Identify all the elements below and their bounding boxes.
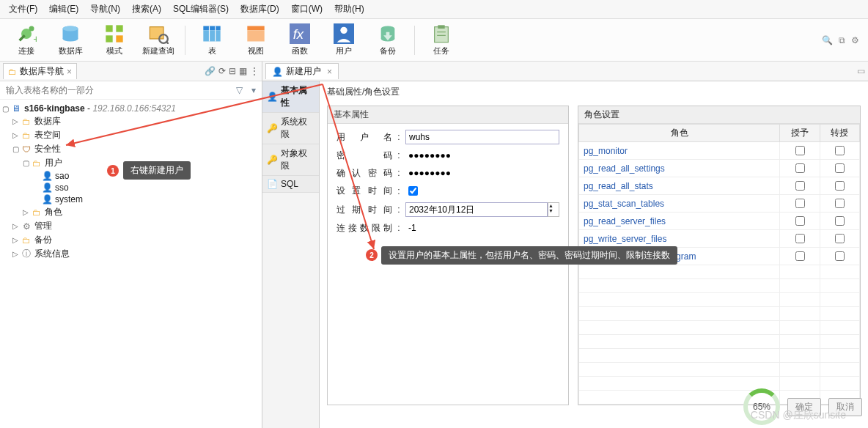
tool-schema[interactable]: 模式 [92,22,136,58]
admin-cb[interactable] [835,216,845,226]
user-icon: 👤 [41,171,53,181]
more-icon[interactable]: ⋮ [250,66,259,76]
navigator-title: 数据库导航 [20,65,64,78]
confirm-input[interactable] [405,166,559,180]
tree-user-system[interactable]: system [55,194,83,204]
settime-checkbox[interactable] [408,186,418,196]
link-icon[interactable]: 🔗 [205,66,216,76]
admin-cb[interactable] [835,251,845,261]
grant-cb[interactable] [795,146,805,155]
tree-backup[interactable]: 备份 [34,234,52,246]
gear-icon[interactable]: ⚙ [851,35,859,45]
menu-file[interactable]: 文件(F) [3,1,43,17]
col-admin[interactable]: 转授 [820,125,859,142]
grant-cb[interactable] [795,234,805,243]
password-input[interactable] [405,149,559,162]
svg-rect-15 [203,30,220,41]
tool-function[interactable]: fx函数 [278,22,322,58]
tree-user-sao[interactable]: sao [55,171,69,181]
svg-line-13 [167,43,169,44]
refresh-icon[interactable]: ⟳ [218,66,226,76]
menu-help[interactable]: 帮助(H) [328,1,370,17]
navigator-tab[interactable]: 🗀 数据库导航 × [3,63,77,79]
tree[interactable]: ▢🖥s166-kingbase - 192.168.0.166:54321 ▷🗀… [0,100,262,428]
grant-cb[interactable] [795,251,805,261]
connlimit-input[interactable] [405,221,559,235]
menu-edit[interactable]: 编辑(E) [43,1,84,17]
grant-cb[interactable] [795,216,805,226]
expire-input[interactable] [405,202,548,217]
menubar[interactable]: 文件(F) 编辑(E) 导航(N) 搜索(A) SQL编辑器(S) 数据库(D)… [0,0,868,19]
menu-nav[interactable]: 导航(N) [84,1,126,17]
vtab-sysperm[interactable]: 🔑系统权限 [262,113,319,144]
tree-sysinfo[interactable]: 系统信息 [34,248,70,260]
tool-view[interactable]: 视图 [234,22,278,58]
tree-admin[interactable]: 管理 [34,220,52,232]
admin-cb[interactable] [835,163,845,173]
menu-window[interactable]: 窗口(W) [285,1,328,17]
admin-cb[interactable] [835,146,845,155]
filter-input[interactable] [1,83,232,97]
tab-newuser[interactable]: 👤 新建用户 × [265,63,339,79]
svg-rect-14 [203,26,220,31]
close-icon[interactable]: × [327,67,332,77]
vtab-sql[interactable]: 📄SQL [262,176,319,193]
user-icon: 👤 [267,92,278,102]
menu-search[interactable]: 搜索(A) [126,1,167,17]
col-role[interactable]: 角色 [579,125,780,142]
roles-panel-title: 角色设置 [578,106,860,124]
menu-db[interactable]: 数据库(D) [235,1,285,17]
confirm-label: 确认密码 [336,167,392,180]
vtab-objperm[interactable]: 🔑对象权限 [262,144,319,176]
minmax-icon[interactable]: ▭ [857,66,865,76]
layout-icon[interactable]: ⧉ [839,35,845,45]
tree-security[interactable]: 安全性 [34,143,61,155]
menu-sqleditor[interactable]: SQL编辑器(S) [167,1,235,17]
table-row: pg_stat_scan_tables [579,195,860,213]
username-label: 用 户 名 [336,131,392,144]
close-icon[interactable]: × [67,67,72,77]
tool-backup[interactable]: 备份 [366,22,410,58]
svg-rect-28 [438,25,444,29]
table-row [579,293,860,307]
grant-cb[interactable] [795,163,805,173]
svg-rect-18 [247,26,264,31]
vtab-basic[interactable]: 👤基本属性 [262,81,319,113]
grant-cb[interactable] [795,181,805,191]
expire-label: 过期时间 [336,204,392,216]
filter-icon[interactable]: ▽ [232,85,247,95]
admin-cb[interactable] [835,234,845,243]
table-row: pg_read_all_settings [579,160,860,177]
gear-icon: ⚙ [21,221,32,232]
tool-database[interactable]: 数据库 [48,22,92,58]
tree-root[interactable]: s166-kingbase [24,103,85,114]
svg-point-6 [63,26,78,32]
username-input[interactable] [405,130,559,144]
db-icon: 🖥 [10,103,22,114]
svg-rect-11 [150,27,163,39]
tool-connect[interactable]: +连接 [4,22,48,58]
tree-user-sso[interactable]: sso [55,182,69,193]
view-icon[interactable]: ▦ [239,66,247,76]
tree-users[interactable]: 用户 [45,157,62,169]
grant-cb[interactable] [795,199,805,208]
sql-icon: 📄 [267,179,278,189]
info-icon: ⓘ [21,249,32,259]
tree-tablespace[interactable]: 表空间 [34,129,61,141]
col-grant[interactable]: 授予 [780,125,820,142]
admin-cb[interactable] [835,181,845,191]
tool-newquery[interactable]: 新建查询 [136,22,180,58]
badge-1: 1 [107,165,119,177]
tree-roles[interactable]: 角色 [45,206,62,218]
tool-table[interactable]: 表 [190,22,234,58]
table-row: pg_read_server_files [579,213,860,230]
filter-dd-icon[interactable]: ▾ [247,85,260,95]
collapse-icon[interactable]: ⊟ [229,66,236,76]
tool-user[interactable]: 用户 [322,22,366,58]
toolbar: +连接 数据库 模式 新建查询 表 视图 fx函数 用户 备份 任务 🔍 ⧉ ⚙ [0,19,868,62]
admin-cb[interactable] [835,199,845,208]
tool-task[interactable]: 任务 [419,22,463,58]
search-icon[interactable]: 🔍 [822,35,833,45]
date-spinner[interactable]: ▲▼ [548,202,559,217]
tree-database[interactable]: 数据库 [34,115,61,128]
